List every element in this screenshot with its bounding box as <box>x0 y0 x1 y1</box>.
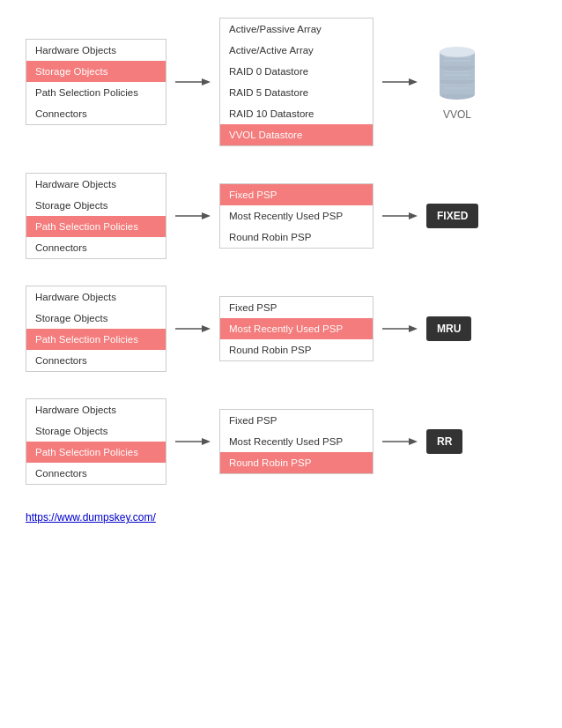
left-item: Storage Objects <box>26 308 166 329</box>
result-badge-fixed: FIXED <box>426 204 478 228</box>
right-item: RAID 0 Datastore <box>220 61 373 82</box>
right-box-path-fixed: Fixed PSPMost Recently Used PSPRound Rob… <box>219 183 373 249</box>
arrow2-icon <box>382 207 418 225</box>
result-badge-rr: RR <box>426 429 462 454</box>
svg-marker-30 <box>409 438 418 445</box>
diagram-section-path-fixed: Hardware ObjectsStorage ObjectsPath Sele… <box>26 173 536 259</box>
left-box-path-rr: Hardware ObjectsStorage ObjectsPath Sele… <box>26 398 166 485</box>
database-icon <box>426 43 488 105</box>
footer-link[interactable]: https://www.dumpskey.com/ <box>26 511 156 524</box>
left-item: Connectors <box>26 350 166 371</box>
svg-marker-1 <box>202 78 211 85</box>
left-item: Storage Objects <box>26 61 166 82</box>
right-item: RAID 10 Datastore <box>220 103 373 124</box>
svg-marker-3 <box>409 78 418 85</box>
svg-marker-20 <box>202 212 211 219</box>
left-box-path-fixed: Hardware ObjectsStorage ObjectsPath Sele… <box>26 173 166 259</box>
right-item: Fixed PSP <box>220 410 373 431</box>
diagram-section-path-mru: Hardware ObjectsStorage ObjectsPath Sele… <box>26 286 536 372</box>
left-item: Storage Objects <box>26 420 166 442</box>
right-item: Round Robin PSP <box>220 339 373 360</box>
svg-marker-24 <box>202 325 211 332</box>
result-badge-mru: MRU <box>426 316 471 341</box>
right-item: VVOL Datastore <box>220 124 373 145</box>
right-item: Round Robin PSP <box>220 227 373 248</box>
right-box-path-mru: Fixed PSPMost Recently Used PSPRound Rob… <box>219 296 373 361</box>
right-box-storage-objects: Active/Passive ArrayActive/Active ArrayR… <box>219 18 373 146</box>
svg-marker-26 <box>409 325 418 332</box>
left-item: Hardware Objects <box>26 286 166 308</box>
vvol-result: VVOL <box>426 43 488 121</box>
left-item: Hardware Objects <box>26 40 166 61</box>
right-item: Most Recently Used PSP <box>220 205 373 227</box>
right-box-path-rr: Fixed PSPMost Recently Used PSPRound Rob… <box>219 409 373 474</box>
right-item: Round Robin PSP <box>220 452 373 473</box>
left-item: Storage Objects <box>26 195 166 216</box>
arrow-icon <box>175 433 211 450</box>
right-item: Fixed PSP <box>220 184 373 205</box>
diagram-section-storage-objects: Hardware ObjectsStorage ObjectsPath Sele… <box>26 18 536 146</box>
right-item: Most Recently Used PSP <box>220 318 373 339</box>
left-item: Hardware Objects <box>26 174 166 195</box>
diagram-section-path-rr: Hardware ObjectsStorage ObjectsPath Sele… <box>26 398 536 485</box>
left-item: Hardware Objects <box>26 399 166 420</box>
vvol-label: VVOL <box>443 108 471 121</box>
right-item: Most Recently Used PSP <box>220 431 373 452</box>
right-item: Active/Active Array <box>220 40 373 61</box>
svg-point-12 <box>440 47 475 57</box>
arrow2-icon <box>382 73 418 91</box>
right-item: Fixed PSP <box>220 297 373 318</box>
left-item: Connectors <box>26 237 166 258</box>
arrow-icon <box>175 73 211 91</box>
left-box-storage-objects: Hardware ObjectsStorage ObjectsPath Sele… <box>26 39 166 125</box>
left-box-path-mru: Hardware ObjectsStorage ObjectsPath Sele… <box>26 286 166 372</box>
right-item: Active/Passive Array <box>220 19 373 40</box>
left-item: Path Selection Policies <box>26 442 166 463</box>
left-item: Path Selection Policies <box>26 329 166 350</box>
left-item: Path Selection Policies <box>26 82 166 103</box>
arrow-icon <box>175 207 211 225</box>
arrow-icon <box>175 320 211 338</box>
left-item: Connectors <box>26 103 166 124</box>
svg-marker-28 <box>202 438 211 445</box>
right-item: RAID 5 Datastore <box>220 82 373 103</box>
left-item: Path Selection Policies <box>26 216 166 237</box>
svg-marker-22 <box>409 212 418 219</box>
arrow2-icon <box>382 433 418 450</box>
left-item: Connectors <box>26 463 166 484</box>
arrow2-icon <box>382 320 418 338</box>
